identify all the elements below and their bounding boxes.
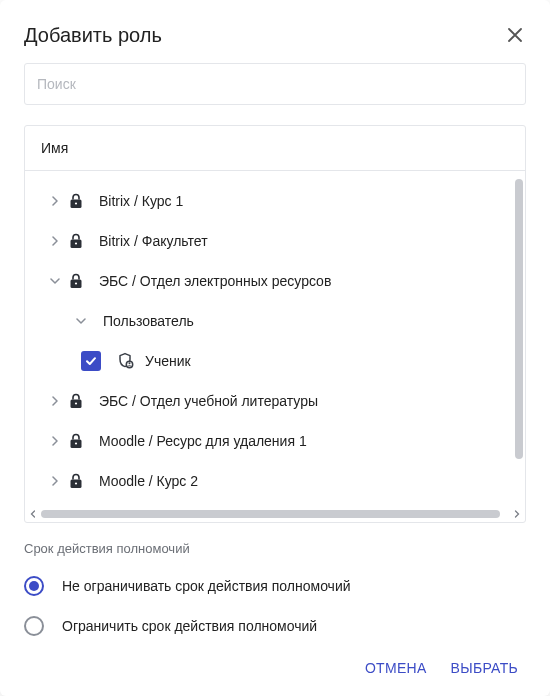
svg-point-7 bbox=[129, 362, 131, 364]
horizontal-scrollbar[interactable] bbox=[25, 508, 525, 522]
role-tree[interactable]: Bitrix / Курс 1 Bitrix / Факультет bbox=[25, 171, 525, 508]
expand-toggle[interactable] bbox=[71, 316, 91, 326]
tree-row-label: Ученик bbox=[145, 353, 191, 369]
tree-row[interactable]: Moodle / Курс 2 bbox=[25, 461, 511, 501]
expand-toggle[interactable] bbox=[45, 196, 65, 206]
lock-icon bbox=[65, 393, 87, 409]
svg-point-3 bbox=[75, 242, 77, 244]
svg-point-11 bbox=[75, 442, 77, 444]
svg-point-9 bbox=[75, 402, 77, 404]
role-icon bbox=[115, 352, 137, 370]
chevron-right-icon bbox=[50, 476, 60, 486]
tree-row[interactable]: Moodle / Курс 1 bbox=[25, 501, 511, 508]
chevron-right-icon bbox=[50, 196, 60, 206]
chevron-right-icon bbox=[50, 396, 60, 406]
scroll-left-button[interactable] bbox=[27, 510, 39, 518]
svg-point-13 bbox=[75, 482, 77, 484]
radio-button[interactable] bbox=[24, 576, 44, 596]
role-list-panel: Имя Bitrix / Курс 1 bbox=[24, 125, 526, 523]
expand-toggle[interactable] bbox=[45, 476, 65, 486]
dialog-title: Добавить роль bbox=[24, 24, 162, 47]
validity-option-unlimited[interactable]: Не ограничивать срок действия полномочий bbox=[24, 566, 526, 606]
vertical-scrollbar-thumb[interactable] bbox=[515, 179, 523, 459]
dialog-header: Добавить роль bbox=[24, 24, 526, 47]
tree-row-label: Bitrix / Курс 1 bbox=[99, 193, 183, 209]
tree-row[interactable]: Ученик bbox=[25, 341, 511, 381]
tree-row[interactable]: Пользователь bbox=[25, 301, 511, 341]
radio-label: Ограничить срок действия полномочий bbox=[62, 618, 317, 634]
lock-icon bbox=[65, 473, 87, 489]
chevron-right-icon bbox=[50, 236, 60, 246]
expand-toggle[interactable] bbox=[45, 436, 65, 446]
tree-row[interactable]: ЭБС / Отдел электронных ресурсов bbox=[25, 261, 511, 301]
add-role-dialog: Добавить роль Имя Bitrix / Курс 1 bbox=[0, 0, 550, 696]
chevron-right-icon bbox=[50, 436, 60, 446]
radio-button[interactable] bbox=[24, 616, 44, 636]
chevron-left-icon bbox=[29, 510, 37, 518]
tree-row-label: Moodle / Курс 2 bbox=[99, 473, 198, 489]
expand-toggle[interactable] bbox=[45, 236, 65, 246]
tree-row-label: Moodle / Ресурс для удаления 1 bbox=[99, 433, 307, 449]
lock-icon bbox=[65, 233, 87, 249]
tree-row-label: Bitrix / Факультет bbox=[99, 233, 208, 249]
role-checkbox[interactable] bbox=[81, 351, 101, 371]
chevron-down-icon bbox=[76, 316, 86, 326]
list-header-name: Имя bbox=[25, 126, 525, 171]
tree-row-label: Пользователь bbox=[103, 313, 194, 329]
check-icon bbox=[84, 354, 98, 368]
search-box[interactable] bbox=[24, 63, 526, 105]
tree-wrap: Bitrix / Курс 1 Bitrix / Факультет bbox=[25, 171, 525, 522]
scroll-right-button[interactable] bbox=[511, 510, 523, 518]
cancel-button[interactable]: ОТМЕНА bbox=[357, 652, 435, 684]
chevron-right-icon bbox=[513, 510, 521, 518]
tree-row[interactable]: Bitrix / Факультет bbox=[25, 221, 511, 261]
select-button[interactable]: ВЫБРАТЬ bbox=[443, 652, 526, 684]
tree-row[interactable]: Moodle / Ресурс для удаления 1 bbox=[25, 421, 511, 461]
validity-option-limited[interactable]: Ограничить срок действия полномочий bbox=[24, 606, 526, 646]
chevron-down-icon bbox=[50, 276, 60, 286]
expand-toggle[interactable] bbox=[45, 396, 65, 406]
svg-point-6 bbox=[126, 361, 132, 367]
lock-icon bbox=[65, 193, 87, 209]
lock-icon bbox=[65, 433, 87, 449]
close-icon bbox=[506, 26, 524, 44]
svg-point-5 bbox=[75, 282, 77, 284]
tree-row[interactable]: Bitrix / Курс 1 bbox=[25, 181, 511, 221]
validity-section: Срок действия полномочий Не ограничивать… bbox=[24, 541, 526, 646]
radio-label: Не ограничивать срок действия полномочий bbox=[62, 578, 351, 594]
search-input[interactable] bbox=[37, 76, 513, 92]
tree-row-label: ЭБС / Отдел учебной литературы bbox=[99, 393, 318, 409]
expand-toggle[interactable] bbox=[45, 276, 65, 286]
dialog-actions: ОТМЕНА ВЫБРАТЬ bbox=[24, 652, 526, 684]
close-button[interactable] bbox=[504, 24, 526, 46]
svg-point-1 bbox=[75, 202, 77, 204]
vertical-scrollbar[interactable] bbox=[515, 179, 523, 490]
validity-title: Срок действия полномочий bbox=[24, 541, 526, 556]
tree-row-label: ЭБС / Отдел электронных ресурсов bbox=[99, 273, 331, 289]
tree-row[interactable]: ЭБС / Отдел учебной литературы bbox=[25, 381, 511, 421]
lock-icon bbox=[65, 273, 87, 289]
horizontal-scrollbar-thumb[interactable] bbox=[41, 510, 500, 518]
horizontal-scrollbar-track[interactable] bbox=[41, 510, 509, 518]
